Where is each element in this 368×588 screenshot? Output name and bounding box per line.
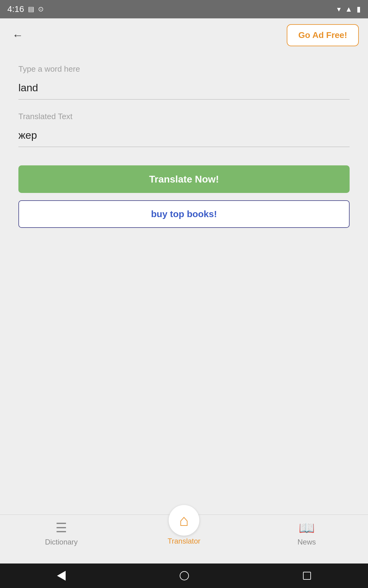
translator-label: Translator bbox=[167, 537, 200, 545]
buy-books-button[interactable]: buy top books! bbox=[18, 200, 350, 228]
battery-icon: ▮ bbox=[357, 5, 361, 13]
nav-translator[interactable]: ⌂ Translator bbox=[123, 505, 245, 545]
word-input-label: Type a word here bbox=[18, 64, 350, 74]
nav-dictionary[interactable]: ☰ Dictionary bbox=[0, 520, 123, 546]
news-icon: 📖 bbox=[299, 520, 315, 535]
back-system-button[interactable] bbox=[57, 571, 66, 581]
sim-card-icon: ▤ bbox=[28, 5, 34, 13]
translate-now-button[interactable]: Translate Now! bbox=[18, 165, 350, 193]
signal-icon: ▲ bbox=[345, 5, 352, 13]
translator-icon-wrap: ⌂ bbox=[169, 505, 199, 536]
status-time: 4:16 bbox=[7, 4, 24, 14]
status-bar: 4:16 ▤ ⊙ ▾ ▲ ▮ bbox=[0, 0, 368, 18]
ad-free-button[interactable]: Go Ad Free! bbox=[287, 24, 359, 46]
status-left: 4:16 ▤ ⊙ bbox=[7, 4, 44, 14]
dictionary-label: Dictionary bbox=[45, 538, 78, 546]
bottom-nav: ☰ Dictionary ⌂ Translator 📖 News bbox=[0, 514, 368, 564]
nav-news[interactable]: 📖 News bbox=[245, 520, 368, 546]
news-label: News bbox=[297, 538, 316, 546]
recents-system-button[interactable] bbox=[303, 572, 311, 580]
lastpass-icon: ⊙ bbox=[38, 5, 44, 13]
top-bar: ← Go Ad Free! bbox=[0, 18, 368, 52]
status-right: ▾ ▲ ▮ bbox=[337, 5, 361, 13]
wifi-icon: ▾ bbox=[337, 5, 341, 13]
home-icon: ⌂ bbox=[179, 511, 189, 530]
main-content: Type a word here Translated Text Transla… bbox=[0, 52, 368, 514]
back-button[interactable]: ← bbox=[9, 26, 26, 45]
dictionary-icon: ☰ bbox=[56, 520, 67, 535]
translated-label: Translated Text bbox=[18, 112, 350, 121]
translated-input[interactable] bbox=[18, 127, 350, 147]
system-nav bbox=[0, 564, 368, 588]
home-system-button[interactable] bbox=[180, 571, 189, 580]
word-input[interactable] bbox=[18, 79, 350, 100]
